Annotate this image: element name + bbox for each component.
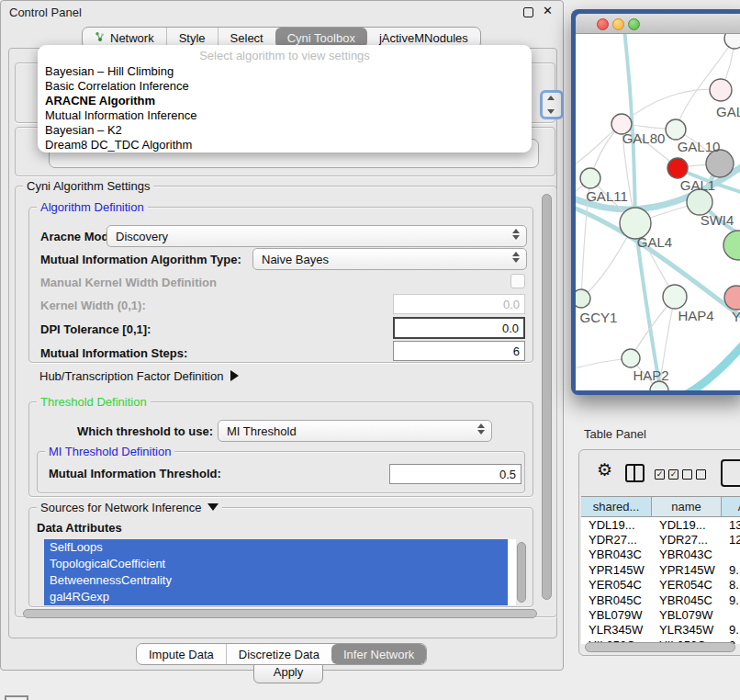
deselect-all-checkboxes-icon[interactable] (682, 469, 706, 480)
node-gal1[interactable] (687, 189, 712, 215)
attributes-vertical-scrollbar[interactable] (517, 542, 526, 603)
cyni-settings-title: Cyni Algorithm Settings (23, 179, 153, 193)
kernel-width-field[interactable]: 0.0 (393, 294, 525, 314)
node-gal-pink[interactable] (710, 79, 732, 101)
sources-title[interactable]: Sources for Network Inference (37, 501, 222, 514)
kernel-width-label: Kernel Width (0,1): (40, 299, 146, 312)
algorithm-option-bayesian-hill-climbing[interactable]: Bayesian – Hill Climbing (38, 64, 532, 79)
table-cell: YBR043C (581, 548, 652, 561)
node-gal10[interactable] (666, 119, 686, 140)
table-cell: YDR27... (652, 533, 722, 547)
attribute-item-betweennesscentrality[interactable]: BetweennessCentrality (44, 572, 508, 589)
which-threshold-label: Which threshold to use: (77, 424, 213, 438)
tab-infer-network[interactable]: Infer Network (331, 644, 426, 664)
algorithm-option-basic-correlation-inference[interactable]: Basic Correlation Inference (38, 79, 532, 94)
table-cell: 9. (722, 563, 740, 577)
zoom-traffic-light-icon[interactable] (628, 18, 640, 30)
column-header-name[interactable]: name (652, 497, 722, 516)
algorithm-option-bayesian-k2[interactable]: Bayesian – K2 (38, 123, 532, 138)
close-traffic-light-icon[interactable] (597, 18, 609, 30)
hub-definition-toggle[interactable]: Hub/Transcription Factor Definition (39, 369, 239, 383)
node-top-partial[interactable] (724, 34, 740, 49)
table-row[interactable]: YBR045CYBR045C9. (581, 593, 740, 607)
focused-stepper-fragment[interactable] (540, 90, 564, 119)
table-row[interactable]: YER054CYER054C8. (581, 578, 740, 593)
algorithm-option-aracne-algorithm[interactable]: ARACNE Algorithm (38, 94, 532, 108)
tab-impute-data[interactable]: Impute Data (137, 644, 226, 664)
node-hap4[interactable] (663, 285, 687, 309)
minimize-traffic-light-icon[interactable] (612, 18, 624, 30)
node-gal11[interactable] (580, 168, 600, 188)
close-icon[interactable]: ✕ (543, 4, 553, 17)
table-panel-window: ⚙ ✓✓ shared...nameA YDL19...YDL19...13YD… (578, 449, 740, 656)
attribute-item-selfloops[interactable]: SelfLoops (44, 539, 508, 556)
aracne-mode-combo[interactable]: Discovery (107, 225, 527, 247)
tab-label: Style (179, 31, 206, 45)
mi-type-value: Naive Bayes (262, 253, 329, 266)
algorithm-option-mutual-information-inference[interactable]: Mutual Information Inference (38, 108, 532, 123)
tab-label: Cyni Toolbox (287, 31, 355, 45)
table-row[interactable]: YDR27...YDR27...12 (581, 532, 740, 547)
table-cell: YDL19... (652, 518, 722, 532)
algorithm-option-dream8-dc-tdc-algorithm[interactable]: Dream8 DC_TDC Algorithm (38, 138, 532, 152)
node-label-swi4: SWI4 (701, 212, 734, 228)
table-horizontal-scrollbar[interactable] (585, 642, 735, 652)
table-cell: YER054C (581, 578, 652, 592)
network-canvas[interactable]: GALGAL80GAL10GAL1GAL11SWI4GAL4GCY1HAP4YH… (576, 34, 740, 390)
column-header-shared[interactable]: shared... (581, 497, 652, 516)
table-row[interactable]: YLR345WYLR345W9. (581, 623, 740, 638)
mi-threshold-field[interactable]: 0.5 (389, 464, 521, 484)
tab-discretize-data[interactable]: Discretize Data (226, 644, 331, 664)
threshold-definition-title: Threshold Definition (37, 395, 151, 409)
table-row[interactable]: YBR043CYBR043C (581, 548, 740, 562)
table-cell: YPR145W (652, 563, 722, 577)
network-view-window: GALGAL80GAL10GAL1GAL11SWI4GAL4GCY1HAP4YH… (571, 9, 740, 395)
manual-kernel-checkbox[interactable] (510, 274, 525, 288)
data-attributes-list[interactable]: SelfLoopsTopologicalCoefficientBetweenne… (44, 539, 516, 605)
node-gcy1[interactable] (576, 289, 590, 308)
node-hap2[interactable] (622, 349, 640, 367)
mi-steps-field[interactable]: 6 (393, 341, 525, 361)
network-icon (95, 31, 106, 45)
node-green-right[interactable] (723, 231, 740, 260)
sources-group: Sources for Network Inference Data Attri… (28, 507, 533, 607)
table-panel-title: Table Panel (584, 427, 646, 441)
bottom-left-partial-icon[interactable] (5, 695, 28, 700)
select-all-checkboxes-icon[interactable]: ✓✓ (655, 469, 678, 480)
network-window-titlebar[interactable] (576, 14, 740, 34)
table-row[interactable]: YPR145WYPR145W9. (581, 562, 740, 577)
which-threshold-combo[interactable]: MI Threshold (218, 420, 492, 442)
node-red-node[interactable] (667, 158, 688, 178)
gear-icon[interactable]: ⚙ (597, 461, 612, 480)
settings-vertical-scrollbar[interactable] (542, 194, 552, 600)
aracne-mode-value: Discovery (116, 230, 168, 243)
table-options-icon[interactable] (721, 459, 740, 487)
attribute-item-topologicalcoefficient[interactable]: TopologicalCoefficient (44, 556, 508, 572)
table-row[interactable]: YBL079WYBL079W (581, 607, 740, 622)
table-cell: YBR045C (581, 593, 652, 607)
node-label-hap4: HAP4 (678, 308, 713, 323)
table-cell: YBR043C (652, 548, 722, 561)
manual-kernel-label: Manual Kernel Width Definition (40, 276, 217, 289)
column-header-a[interactable]: A (722, 497, 740, 516)
tab-label: Discretize Data (239, 648, 320, 661)
table-cell: YLR345W (581, 623, 652, 637)
float-window-icon[interactable] (523, 7, 533, 17)
dpi-tolerance-field[interactable]: 0.0 (393, 317, 525, 339)
node-label-gal11: GAL11 (586, 188, 628, 204)
network-edge[interactable] (687, 337, 740, 390)
table-row[interactable]: YDL19...YDL19...13 (581, 517, 740, 532)
mi-threshold-group-title: MI Threshold Definition (45, 445, 174, 458)
attribute-item-gal4rgexp[interactable]: gal4RGexp (44, 589, 508, 605)
tab-label: Network (110, 31, 154, 45)
table-cell: YBR045C (652, 593, 722, 607)
node-table: shared...nameA YDL19...YDL19...13YDR27..… (581, 496, 740, 644)
tab-label: Infer Network (343, 648, 414, 661)
settings-horizontal-scrollbar[interactable] (23, 609, 537, 618)
node-label-gal1: GAL1 (680, 177, 715, 193)
network-edge[interactable] (622, 89, 721, 124)
tab-label: Select (230, 31, 263, 45)
mi-type-combo[interactable]: Naive Bayes (252, 248, 527, 270)
columns-icon[interactable] (625, 464, 645, 482)
dpi-tolerance-label: DPI Tolerance [0,1]: (40, 322, 151, 336)
